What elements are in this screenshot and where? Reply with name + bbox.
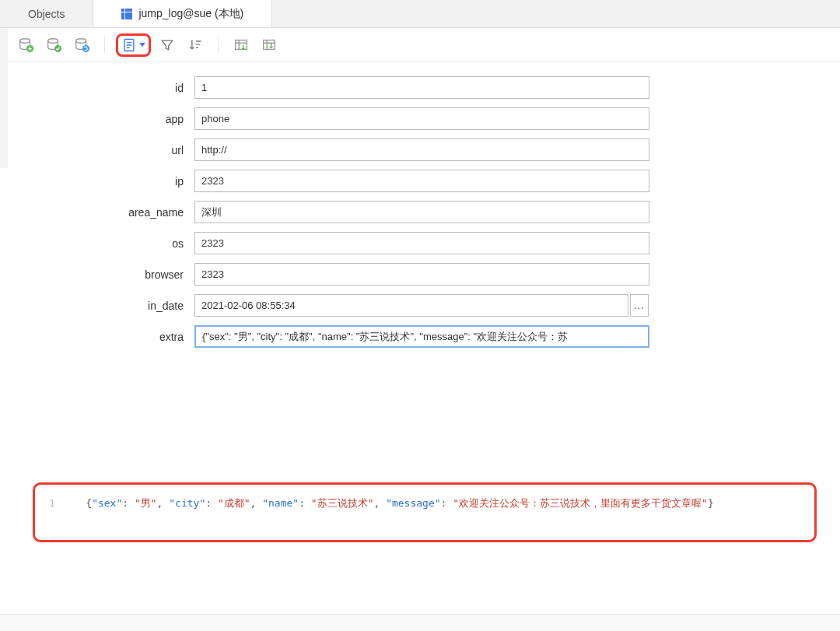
extra-input[interactable] <box>194 325 649 348</box>
toolbar-separator <box>218 37 219 54</box>
field-row-in-date: in_date ... <box>0 294 840 317</box>
json-detail-panel: 1 {"sex": "男", "city": "成都", "name": "苏三… <box>33 482 817 553</box>
field-row-id: id <box>0 76 840 99</box>
url-input[interactable] <box>194 138 649 161</box>
json-key: "city" <box>169 497 205 509</box>
tab-jump-log[interactable]: jump_log@sue (本地) <box>93 0 272 27</box>
field-label: in_date <box>0 300 194 312</box>
field-label: browser <box>0 268 194 281</box>
record-form: id app url ip area_name os browser in_da… <box>0 62 840 364</box>
svg-rect-8 <box>264 40 275 49</box>
svg-point-0 <box>20 38 30 43</box>
toolbar-separator <box>104 37 105 54</box>
tab-jump-log-label: jump_log@sue (本地) <box>138 7 243 21</box>
json-colon: : <box>122 497 135 509</box>
db-refresh-button[interactable] <box>70 33 93 57</box>
json-comma: , <box>373 497 386 509</box>
os-input[interactable] <box>194 232 649 254</box>
tab-bar: Objects jump_log@sue (本地) <box>0 0 840 28</box>
field-label: extra <box>0 331 194 343</box>
field-row-extra: extra <box>0 325 840 348</box>
field-row-url: url <box>0 138 840 161</box>
browser-input[interactable] <box>194 263 649 286</box>
field-label: app <box>0 113 194 125</box>
json-key: "message" <box>386 497 440 509</box>
json-string: "苏三说技术" <box>311 497 374 509</box>
area-name-input[interactable] <box>194 201 649 223</box>
tab-objects-label: Objects <box>28 8 65 20</box>
tab-objects[interactable]: Objects <box>0 0 93 27</box>
svg-point-4 <box>76 38 86 43</box>
view-mode-dropdown[interactable] <box>116 33 151 57</box>
in-date-more-button[interactable]: ... <box>630 294 649 317</box>
json-key: "sex" <box>92 497 122 509</box>
field-row-ip: ip <box>0 170 840 192</box>
chevron-down-icon <box>139 43 145 47</box>
toolbar <box>0 28 840 62</box>
field-row-os: os <box>0 232 840 254</box>
ip-input[interactable] <box>194 170 649 192</box>
json-brace-close: } <box>708 497 714 509</box>
import-button[interactable] <box>229 33 253 57</box>
json-colon: : <box>299 497 311 509</box>
db-check-button[interactable] <box>42 33 65 57</box>
status-bar <box>0 614 840 631</box>
app-input[interactable] <box>194 107 649 130</box>
field-row-app: app <box>0 107 840 130</box>
id-input[interactable] <box>194 76 649 99</box>
json-comma: , <box>157 497 170 509</box>
field-label: ip <box>0 175 194 188</box>
svg-point-5 <box>82 45 89 52</box>
left-gutter <box>0 28 8 168</box>
json-detail-content[interactable]: 1 {"sex": "男", "city": "成都", "name": "苏三… <box>33 482 817 542</box>
json-string: "欢迎关注公众号：苏三说技术，里面有更多干货文章喔" <box>453 497 708 509</box>
line-number: 1 <box>49 496 61 512</box>
json-colon: : <box>205 497 218 509</box>
field-label: os <box>0 237 194 250</box>
in-date-input[interactable] <box>194 294 628 317</box>
table-icon <box>121 9 132 19</box>
json-string: "男" <box>135 497 157 509</box>
field-row-area-name: area_name <box>0 201 840 223</box>
svg-point-2 <box>48 38 58 43</box>
json-comma: , <box>250 497 263 509</box>
export-button[interactable] <box>257 33 281 57</box>
field-row-browser: browser <box>0 263 840 286</box>
json-colon: : <box>441 497 453 509</box>
field-label: area_name <box>0 206 194 219</box>
json-brace-open: { <box>86 497 92 509</box>
json-string: "成都" <box>218 497 250 509</box>
db-add-button[interactable] <box>14 33 37 57</box>
sort-button[interactable] <box>184 33 207 57</box>
field-label: url <box>0 144 194 156</box>
field-label: id <box>0 82 194 94</box>
filter-button[interactable] <box>156 33 179 57</box>
json-key: "name" <box>262 497 299 509</box>
